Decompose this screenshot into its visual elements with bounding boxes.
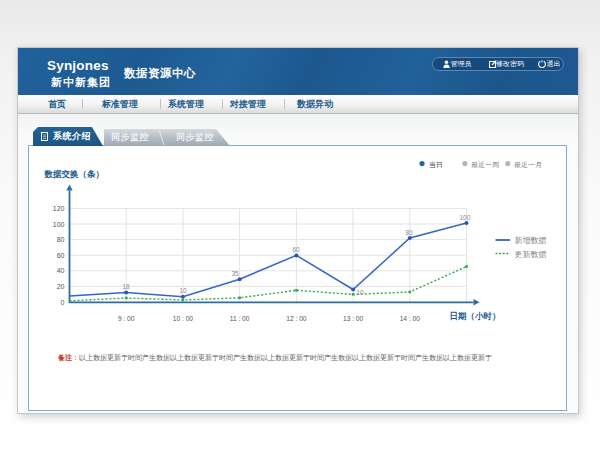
svg-text:10: 10 (180, 287, 188, 294)
svg-text:80: 80 (57, 236, 65, 243)
svg-text:最近一周: 最近一周 (471, 161, 499, 168)
svg-text:10: 10 (357, 289, 365, 296)
svg-text:60: 60 (57, 252, 65, 259)
svg-text:35: 35 (232, 270, 240, 277)
svg-text:100: 100 (460, 214, 471, 221)
svg-text:11 : 00: 11 : 00 (230, 315, 250, 322)
svg-text:100: 100 (53, 221, 65, 228)
svg-text:日期（小时）: 日期（小时） (450, 311, 501, 321)
svg-text:备注：以上数据更新于时间产生数据以上数据更新于时间产生数据以: 备注：以上数据更新于时间产生数据以上数据更新于时间产生数据以上数据更新于时间产生… (57, 353, 492, 362)
svg-text:40: 40 (57, 267, 65, 274)
svg-text:更新数据: 更新数据 (515, 250, 547, 259)
svg-text:13 : 00: 13 : 00 (343, 315, 363, 322)
svg-text:数据交换（条）: 数据交换（条） (44, 169, 105, 179)
svg-text:20: 20 (57, 283, 65, 290)
svg-text:新增数据: 新增数据 (515, 236, 547, 245)
svg-text:当日: 当日 (429, 161, 443, 169)
svg-text:120: 120 (53, 205, 65, 212)
svg-text:9 : 00: 9 : 00 (118, 315, 135, 322)
svg-text:最近一月: 最近一月 (514, 161, 542, 169)
svg-text:18: 18 (123, 283, 131, 290)
svg-text:12 : 00: 12 : 00 (286, 315, 306, 322)
svg-text:80: 80 (406, 229, 414, 236)
svg-text:0: 0 (61, 299, 65, 306)
svg-text:10 : 00: 10 : 00 (173, 315, 193, 322)
svg-text:14 : 00: 14 : 00 (400, 315, 420, 322)
svg-text:60: 60 (293, 246, 301, 253)
